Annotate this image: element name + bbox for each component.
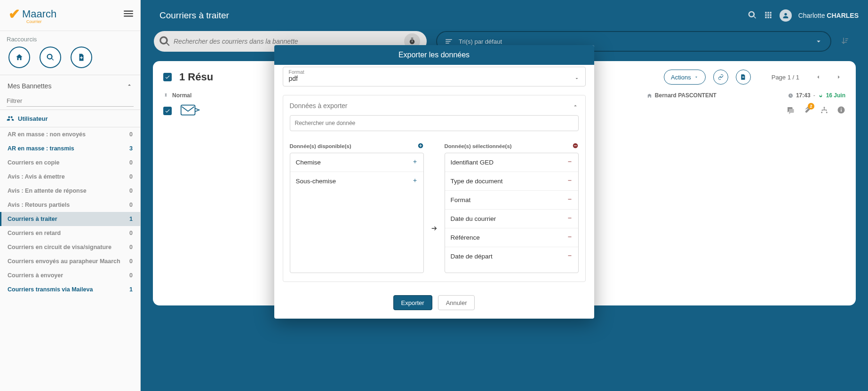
shortcut-search-button[interactable] bbox=[40, 47, 61, 68]
selected-item[interactable]: Date du courrier bbox=[445, 210, 578, 228]
sidebar-item[interactable]: AR en masse : transmis3 bbox=[0, 141, 140, 156]
apps-icon[interactable] bbox=[764, 10, 773, 21]
minus-icon[interactable] bbox=[567, 196, 573, 203]
sidebar-item[interactable]: Avis : Retours partiels0 bbox=[0, 198, 140, 212]
sidebar-item[interactable]: Avis : En attente de réponse0 bbox=[0, 184, 140, 198]
sidebar-item-label: Courriers envoyés au parapheur Maarch bbox=[8, 258, 120, 265]
available-item[interactable]: Chemise bbox=[290, 153, 423, 172]
sidebar-item[interactable]: AR en masse : non envoyés0 bbox=[0, 127, 140, 141]
filter-input[interactable] bbox=[7, 95, 134, 107]
available-item[interactable]: Sous-chemise bbox=[290, 172, 423, 190]
sidebar-item-label: Avis : Retours partiels bbox=[8, 202, 70, 208]
user-last: CHARLES bbox=[827, 12, 859, 19]
row-duedate: 16 Juin bbox=[826, 92, 845, 99]
sidebar-item[interactable]: Courriers en retard0 bbox=[0, 226, 140, 240]
selected-item[interactable]: Date de départ bbox=[445, 247, 578, 266]
sidebar-item-count: 0 bbox=[129, 230, 133, 236]
selected-item[interactable]: Identifiant GED bbox=[445, 153, 578, 172]
priority-icon bbox=[163, 93, 168, 98]
hamburger-icon[interactable] bbox=[122, 8, 135, 23]
user-section-header[interactable]: Utilisateur bbox=[0, 109, 140, 127]
logo-text: Maarch bbox=[22, 8, 56, 20]
item-label: Sous-chemise bbox=[296, 178, 336, 185]
add-all-button[interactable] bbox=[417, 142, 424, 150]
info-icon[interactable] bbox=[837, 106, 845, 116]
sidebar-item-label: Avis : Avis à émettre bbox=[8, 173, 65, 180]
item-label: Chemise bbox=[296, 159, 321, 166]
sort-label: Tri(s) par défaut bbox=[459, 38, 809, 45]
minus-icon[interactable] bbox=[567, 159, 573, 166]
page-title: Courriers à traiter bbox=[159, 10, 748, 21]
top-user-label[interactable]: Charlotte CHARLES bbox=[798, 12, 859, 19]
sidebar-item-count: 0 bbox=[129, 272, 133, 279]
result-count-title: 1 Résu bbox=[179, 71, 213, 83]
sidebar-item-label: Courriers en retard bbox=[8, 230, 61, 236]
row-assignee: Bernard PASCONTENT bbox=[655, 92, 717, 99]
format-select[interactable]: Format pdf bbox=[283, 67, 586, 86]
link-button[interactable] bbox=[713, 70, 728, 85]
svg-rect-8 bbox=[568, 180, 571, 181]
page-next-button[interactable] bbox=[832, 70, 845, 84]
selected-item[interactable]: Référence bbox=[445, 228, 578, 247]
sidebar-item-label: Courriers en circuit de visa/signature bbox=[8, 244, 111, 250]
select-all-checkbox[interactable] bbox=[163, 73, 172, 81]
chevron-up-icon bbox=[572, 102, 579, 109]
export-section-title: Données à exporter bbox=[290, 102, 348, 109]
selected-item[interactable]: Format bbox=[445, 191, 578, 210]
minus-icon[interactable] bbox=[567, 178, 573, 185]
attach-badge: 2 bbox=[808, 103, 814, 109]
svg-rect-10 bbox=[568, 218, 571, 219]
attachments-icon[interactable]: 2 bbox=[803, 106, 812, 116]
search-icon[interactable] bbox=[748, 10, 757, 21]
plus-icon[interactable] bbox=[412, 178, 418, 185]
page-prev-button[interactable] bbox=[812, 70, 825, 84]
minus-icon[interactable] bbox=[567, 215, 573, 222]
shortcut-home-button[interactable] bbox=[8, 47, 30, 68]
modal-title: Exporter les données bbox=[274, 45, 594, 65]
sidebar-item-label: Courriers à envoyer bbox=[8, 272, 63, 279]
svg-rect-0 bbox=[181, 105, 195, 115]
export-submit-button[interactable]: Exporter bbox=[393, 295, 432, 310]
shortcut-newdoc-button[interactable] bbox=[71, 47, 92, 68]
minus-icon[interactable] bbox=[567, 234, 573, 241]
export-modal: Exporter les données Format pdf Données … bbox=[274, 45, 594, 319]
comments-icon[interactable] bbox=[786, 106, 795, 116]
cancel-button[interactable]: Annuler bbox=[438, 295, 475, 310]
export-button[interactable] bbox=[736, 70, 751, 85]
sidebar-item[interactable]: Courriers à traiter1 bbox=[0, 212, 140, 226]
sidebar-item-count: 0 bbox=[129, 173, 133, 180]
row-checkbox[interactable] bbox=[163, 107, 172, 115]
plus-icon[interactable] bbox=[412, 159, 418, 166]
actions-label: Actions bbox=[671, 74, 691, 81]
chevron-up-icon bbox=[126, 82, 133, 90]
sidebar-item[interactable]: Courriers transmis via Maileva1 bbox=[0, 282, 140, 297]
bannettes-header[interactable]: Mes Bannettes bbox=[0, 75, 140, 92]
minus-icon[interactable] bbox=[567, 253, 573, 260]
sidebar-item[interactable]: Courriers en copie0 bbox=[0, 156, 140, 170]
avatar[interactable] bbox=[780, 9, 792, 22]
nav-list: AR en masse : non envoyés0AR en masse : … bbox=[0, 127, 140, 391]
format-label: Format bbox=[289, 69, 580, 75]
export-section-header[interactable]: Données à exporter bbox=[290, 102, 579, 109]
selected-item[interactable]: Type de document bbox=[445, 172, 578, 191]
actions-button[interactable]: Actions bbox=[664, 70, 706, 85]
item-label: Format bbox=[451, 196, 471, 203]
search-input[interactable] bbox=[174, 38, 404, 45]
search-data-input[interactable] bbox=[295, 120, 573, 126]
selected-list: Identifiant GEDType de documentFormatDat… bbox=[445, 153, 579, 273]
sort-direction-icon[interactable] bbox=[841, 37, 849, 47]
remove-all-button[interactable] bbox=[572, 142, 579, 150]
sidebar-item-count: 0 bbox=[129, 202, 133, 208]
sidebar-item[interactable]: Courriers à envoyer0 bbox=[0, 268, 140, 282]
item-label: Date du courrier bbox=[451, 215, 496, 222]
chevron-down-icon bbox=[574, 76, 580, 81]
row-time: 17:43 bbox=[796, 92, 811, 99]
workflow-icon[interactable] bbox=[820, 106, 828, 116]
sidebar-item[interactable]: Courriers envoyés au parapheur Maarch0 bbox=[0, 254, 140, 268]
sidebar-item-count: 0 bbox=[129, 188, 133, 194]
available-label: Donnée(s) disponible(s) bbox=[290, 143, 351, 149]
sidebar-item[interactable]: Avis : Avis à émettre0 bbox=[0, 170, 140, 184]
sidebar-item[interactable]: Courriers en circuit de visa/signature0 bbox=[0, 240, 140, 254]
format-value: pdf bbox=[289, 75, 298, 82]
sidebar-item-count: 0 bbox=[129, 258, 133, 265]
